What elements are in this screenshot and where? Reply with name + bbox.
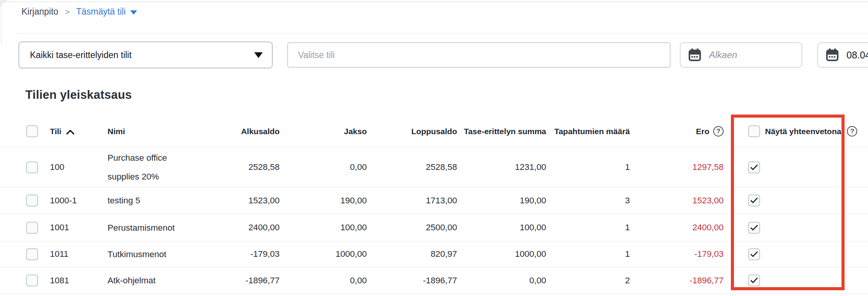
table-header-row: Tili Nimi Alkusaldo Jakso Loppusaldo Tas… [0, 115, 868, 148]
table-row: 1000-1 testing 5 1523,00 190,00 1713,00 … [0, 187, 868, 214]
account-filter-selected-value: Kaikki tase-erittelyiden tilit [30, 50, 132, 60]
calendar-icon [688, 48, 702, 62]
show-summary-checkbox[interactable] [748, 161, 760, 173]
cell-alkusaldo: 2400,00 [204, 223, 280, 233]
cell-tapahtumien-maara: 1 [546, 162, 630, 172]
help-icon[interactable]: ? [847, 126, 857, 136]
cell-tili: 1001 [50, 223, 108, 233]
row-select-checkbox[interactable] [26, 274, 38, 286]
cell-jakso: 190,00 [280, 196, 367, 206]
cell-tase-erittelyn-summa: 100,00 [457, 223, 546, 233]
cell-loppusaldo: 820,97 [367, 249, 457, 259]
breadcrumb: Kirjanpito > Täsmäytä tili [22, 7, 137, 17]
breadcrumb-separator-icon: > [65, 7, 70, 17]
show-summary-checkbox[interactable] [748, 195, 760, 206]
breadcrumb-item-tasmayta-tili[interactable]: Täsmäytä tili [76, 7, 137, 17]
cell-ero: -179,03 [630, 249, 724, 259]
table-row: 100 Purchase office supplies 20% 2528,58… [0, 148, 868, 187]
date-from-placeholder: Alkaen [709, 50, 737, 60]
cell-nimi: Purchase office supplies 20% [108, 148, 204, 186]
column-header-jakso: Jakso [280, 127, 367, 136]
column-header-nayta-yhteenvetona: Näytä yhteenvetona ? [724, 125, 868, 137]
cell-tase-erittelyn-summa: 1231,00 [457, 162, 546, 172]
row-select-checkbox[interactable] [26, 248, 38, 260]
cell-tase-erittelyn-summa: 190,00 [457, 196, 546, 206]
cell-tase-erittelyn-summa: 1000,00 [457, 249, 546, 259]
cell-alkusaldo: -1896,77 [204, 276, 280, 286]
date-to-value: 08.04 [846, 50, 868, 61]
cell-alkusaldo: -179,03 [204, 249, 280, 259]
cell-tapahtumien-maara: 2 [546, 276, 630, 286]
table-row: 1011 Tutkimusmenot -179,03 1000,00 820,9… [0, 241, 868, 267]
column-header-ero: Ero ? [630, 126, 724, 136]
account-filter-select[interactable]: Kaikki tase-erittelyiden tilit [18, 42, 273, 68]
column-header-nimi: Nimi [108, 127, 204, 136]
cell-alkusaldo: 2528,58 [204, 162, 280, 172]
cell-jakso: 0,00 [280, 162, 367, 172]
account-search-input[interactable]: Valitse tili [287, 42, 671, 68]
select-arrow-icon [254, 52, 263, 58]
cell-tili: 100 [50, 162, 108, 172]
cell-tili: 1000-1 [50, 196, 108, 206]
cell-nimi: testing 5 [108, 191, 204, 210]
date-from-field[interactable]: Alkaen [680, 42, 802, 68]
cell-nimi: Perustamismenot [108, 218, 204, 237]
column-header-tapahtumien-maara: Tapahtumien määrä [546, 127, 630, 136]
cell-loppusaldo: 2528,58 [367, 162, 457, 172]
cell-tapahtumien-maara: 1 [546, 249, 630, 259]
panel-corner-background [0, 0, 7, 7]
page-title: Tilien yleiskatsaus [25, 88, 132, 102]
show-summary-all-checkbox[interactable] [748, 125, 760, 137]
show-summary-checkbox[interactable] [748, 274, 760, 286]
cell-loppusaldo: 1713,00 [367, 196, 457, 206]
table-row: 1081 Atk-ohjelmat -1896,77 0,00 -1896,77… [0, 267, 868, 294]
cell-loppusaldo: -1896,77 [367, 276, 457, 286]
column-header-loppusaldo: Loppusaldo [367, 127, 457, 136]
breadcrumb-current-label: Täsmäytä tili [76, 7, 126, 17]
account-search-placeholder: Valitse tili [298, 50, 335, 60]
cell-nimi: Tutkimusmenot [108, 245, 204, 264]
date-to-field[interactable]: 08.04 [817, 42, 868, 68]
help-icon[interactable]: ? [713, 126, 724, 136]
cell-nimi: Atk-ohjelmat [108, 271, 204, 290]
cell-ero: 2400,00 [630, 223, 724, 233]
cell-jakso: 0,00 [280, 276, 367, 286]
show-summary-checkbox[interactable] [748, 248, 760, 260]
show-summary-checkbox[interactable] [748, 222, 760, 234]
row-select-checkbox[interactable] [26, 161, 38, 173]
column-header-tili[interactable]: Tili [50, 127, 108, 136]
cell-loppusaldo: 2500,00 [367, 223, 457, 233]
cell-tapahtumien-maara: 3 [546, 196, 630, 206]
row-select-checkbox[interactable] [26, 195, 38, 206]
accounts-overview-table: Tili Nimi Alkusaldo Jakso Loppusaldo Tas… [0, 115, 868, 294]
cell-tili: 1081 [50, 276, 108, 286]
table-row: 1001 Perustamismenot 2400,00 100,00 2500… [0, 214, 868, 241]
cell-ero: 1297,58 [630, 162, 724, 172]
calendar-icon [825, 48, 839, 62]
cell-tapahtumien-maara: 1 [546, 223, 630, 233]
select-all-checkbox[interactable] [26, 125, 38, 137]
chevron-down-icon [130, 10, 137, 15]
cell-jakso: 100,00 [280, 223, 367, 233]
cell-ero: -1896,77 [630, 276, 724, 286]
cell-alkusaldo: 1523,00 [204, 196, 280, 206]
column-header-tase-erittelyn-summa: Tase-erittelyn summa [457, 127, 546, 136]
column-header-alkusaldo: Alkusaldo [204, 127, 280, 136]
row-select-checkbox[interactable] [26, 222, 38, 234]
breadcrumb-item-kirjanpito[interactable]: Kirjanpito [22, 7, 58, 17]
sort-ascending-icon [66, 130, 75, 135]
cell-tase-erittelyn-summa: 0,00 [457, 276, 546, 286]
cell-jakso: 1000,00 [280, 249, 367, 259]
cell-tili: 1011 [50, 249, 108, 259]
header-divider [18, 33, 868, 33]
cell-ero: 1523,00 [630, 196, 724, 206]
